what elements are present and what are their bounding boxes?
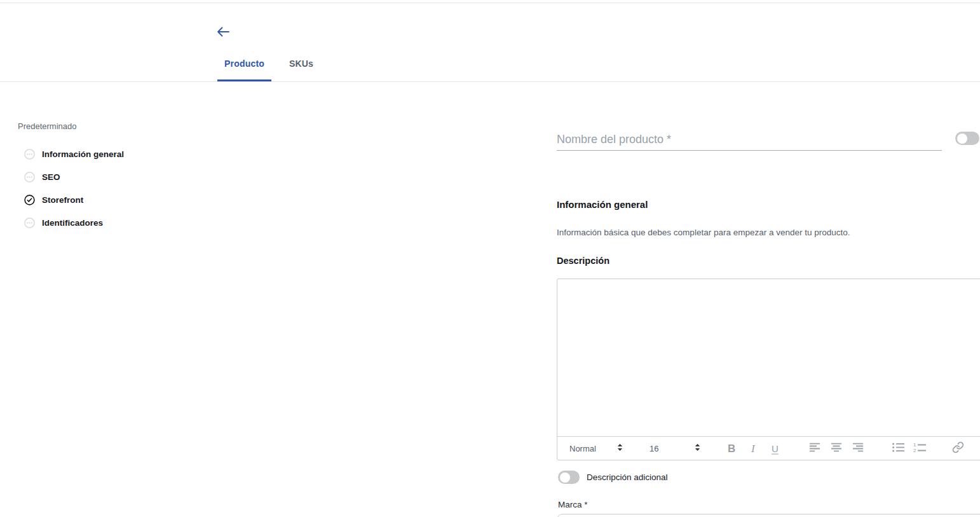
align-left-button[interactable] <box>810 443 820 454</box>
insert-link-button[interactable] <box>952 441 964 455</box>
paragraph-style-value: Normal <box>569 444 596 453</box>
top-divider <box>0 3 980 3</box>
tab-skus[interactable]: SKUs <box>283 59 319 82</box>
sidebar-group-label: Predeterminado <box>18 121 77 131</box>
section-title: Información general <box>557 199 648 210</box>
link-icon <box>952 445 964 455</box>
product-name-input[interactable] <box>557 129 942 151</box>
up-down-stepper-icon <box>617 443 623 454</box>
back-button[interactable] <box>216 26 231 39</box>
additional-description-toggle[interactable] <box>558 471 580 484</box>
tab-producto-label: Producto <box>224 59 264 69</box>
toggle-knob <box>560 472 570 483</box>
tab-skus-label: SKUs <box>289 59 313 69</box>
brand-label: Marca * <box>558 500 588 509</box>
ordered-list-icon: 1 2 <box>913 444 926 455</box>
dotted-circle-icon <box>24 217 35 228</box>
underline-button[interactable]: U <box>772 444 779 453</box>
align-right-icon <box>853 443 864 454</box>
check-circle-icon <box>24 195 35 205</box>
align-right-button[interactable] <box>853 443 864 454</box>
sidebar-item-label: Storefront <box>42 195 83 205</box>
font-size-value: 16 <box>650 444 658 453</box>
product-visibility-toggle[interactable] <box>955 132 979 145</box>
arrow-left-icon <box>216 29 230 39</box>
description-editor: Normal 16 B I U <box>557 279 980 460</box>
bold-button[interactable]: B <box>728 443 735 454</box>
dotted-circle-icon <box>24 149 35 160</box>
description-editor-content[interactable] <box>557 279 980 436</box>
svg-text:1: 1 <box>913 443 916 448</box>
section-subtitle: Información básica que debes completar p… <box>557 228 850 237</box>
align-center-button[interactable] <box>831 443 842 454</box>
svg-text:2: 2 <box>913 448 916 453</box>
sidebar-item-seo[interactable]: SEO <box>24 172 124 183</box>
sidebar-item-identificadores[interactable]: Identificadores <box>24 217 124 228</box>
additional-description-row: Descripción adicional <box>558 471 668 484</box>
brand-input[interactable] <box>557 514 980 517</box>
sidebar-item-label: SEO <box>42 172 60 182</box>
sidebar-item-label: Información general <box>42 149 124 159</box>
tab-bar: Producto SKUs <box>217 59 319 82</box>
additional-description-label: Descripción adicional <box>587 472 668 482</box>
tabbar-divider <box>0 81 980 82</box>
tab-producto[interactable]: Producto <box>217 59 271 82</box>
bullet-list-button[interactable] <box>892 443 904 454</box>
sidebar-item-storefront[interactable]: Storefront <box>24 195 124 205</box>
align-center-icon <box>831 443 842 454</box>
paragraph-style-picker[interactable]: Normal <box>569 443 623 454</box>
up-down-stepper-icon <box>695 443 700 454</box>
dotted-circle-icon <box>24 172 35 183</box>
sidebar-item-label: Identificadores <box>42 218 103 228</box>
font-size-picker[interactable]: 16 <box>650 443 700 454</box>
description-editor-toolbar: Normal 16 B I U <box>557 436 980 460</box>
toggle-knob <box>957 134 967 144</box>
sidebar-step-nav: Información general SEO Storefront Ident… <box>24 149 124 228</box>
description-label: Descripción <box>557 256 609 266</box>
ordered-list-button[interactable]: 1 2 <box>913 443 926 455</box>
bullet-list-icon <box>892 443 904 454</box>
italic-button[interactable]: I <box>751 443 755 454</box>
align-left-icon <box>810 443 820 454</box>
sidebar-item-informacion-general[interactable]: Información general <box>24 149 124 160</box>
